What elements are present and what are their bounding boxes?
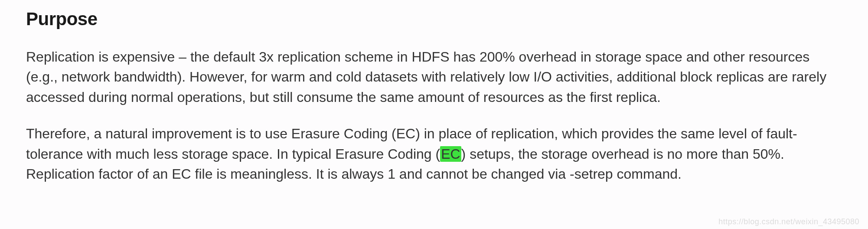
paragraph-1: Replication is expensive – the default 3…	[26, 47, 841, 107]
paragraph-2: Therefore, a natural improvement is to u…	[26, 124, 841, 184]
highlighted-text: EC	[440, 146, 461, 162]
section-heading: Purpose	[26, 9, 842, 29]
watermark-text: https://blog.csdn.net/weixin_43495080	[718, 217, 859, 226]
